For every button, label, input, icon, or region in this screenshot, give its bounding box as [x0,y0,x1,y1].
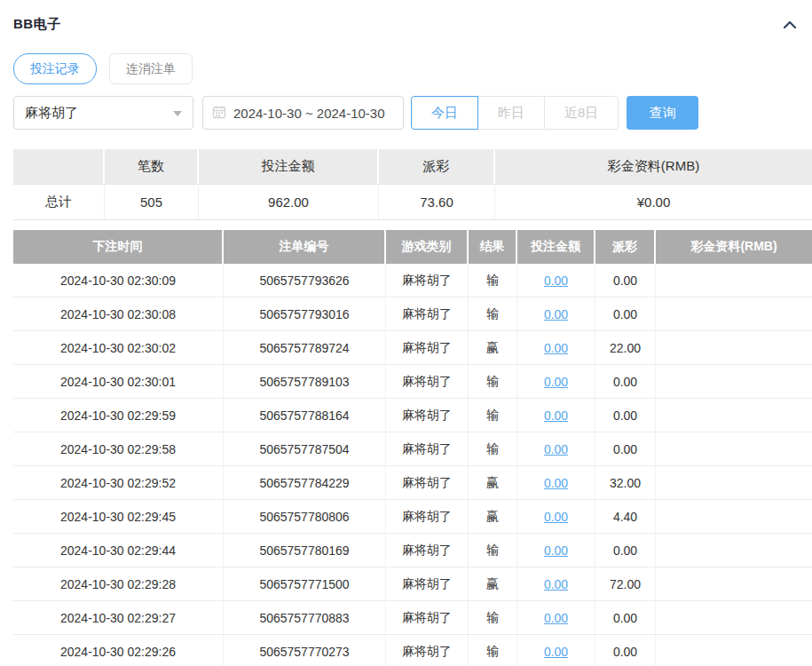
cell-bet-time: 2024-10-30 02:29:45 [13,500,224,534]
cell-order-no: 5065757793626 [224,264,386,297]
table-row: 2024-10-30 02:29:28 5065757771500 麻将胡了 赢… [13,567,812,601]
cell-result: 输 [469,432,517,466]
summary-total-row: 总计 505 962.00 73.60 ¥0.00 [13,185,812,220]
table-row: 2024-10-30 02:30:01 5065757789103 麻将胡了 输… [13,365,812,399]
cell-bet-amount: 0.00 [517,534,595,567]
cell-bonus [656,534,812,567]
cell-payout: 0.00 [595,635,656,666]
cell-bet-time: 2024-10-30 02:29:28 [13,567,224,601]
cell-order-no: 5065757788164 [224,399,386,432]
table-row: 2024-10-30 02:29:26 5065757770273 麻将胡了 输… [13,635,812,666]
bet-amount-link[interactable]: 0.00 [544,543,568,558]
bet-amount-link[interactable]: 0.00 [544,510,568,524]
cell-result: 赢 [469,466,517,500]
bet-amount-link[interactable]: 0.00 [544,408,568,423]
cell-game-type: 麻将胡了 [386,297,469,331]
table-row: 2024-10-30 02:30:08 5065757793016 麻将胡了 输… [13,297,812,331]
quick-range-today[interactable]: 今日 [411,96,478,130]
game-select[interactable]: 麻将胡了 [13,96,193,130]
cell-game-type: 麻将胡了 [386,399,469,432]
cell-bet-time: 2024-10-30 02:29:26 [13,635,224,666]
summary-header-row: 笔数 投注金额 派彩 彩金资料(RMB) [13,149,812,185]
cell-order-no: 5065757789103 [224,365,386,399]
cell-result: 输 [469,297,517,331]
cell-order-no: 5065757787504 [224,432,386,466]
quick-range-yesterday[interactable]: 昨日 [477,96,545,130]
cell-game-type: 麻将胡了 [386,534,469,567]
bet-amount-link[interactable]: 0.00 [544,577,568,591]
bet-records-panel: BB电子 投注记录 连消注单 麻将胡了 [0,0,812,666]
quick-range-group: 今日 昨日 近8日 [411,96,619,130]
bet-amount-link[interactable]: 0.00 [544,442,568,456]
cell-order-no: 5065757780806 [224,500,386,534]
records-header-payout: 派彩 [595,230,656,264]
records-header-bet: 投注金额 [517,230,595,264]
bet-amount-link[interactable]: 0.00 [544,645,568,659]
cell-result: 输 [469,601,517,635]
cell-payout: 0.00 [595,264,656,297]
cell-bonus [656,331,812,365]
cell-payout: 72.00 [595,567,656,601]
table-row: 2024-10-30 02:29:52 5065757784229 麻将胡了 赢… [13,466,812,500]
date-range-value: 2024-10-30 ~ 2024-10-30 [233,106,385,121]
caret-down-icon [173,111,182,116]
cell-bet-amount: 0.00 [517,399,595,432]
cell-game-type: 麻将胡了 [386,432,469,466]
summary-total-bet-amount: 962.00 [199,185,379,220]
cell-bonus [656,365,812,399]
cell-payout: 0.00 [595,432,656,466]
cell-payout: 0.00 [595,297,656,331]
tab-bet-records[interactable]: 投注记录 [13,53,97,84]
cell-payout: 4.40 [595,500,656,534]
cell-game-type: 麻将胡了 [386,365,469,399]
cell-order-no: 5065757771500 [224,567,386,601]
bet-amount-link[interactable]: 0.00 [544,274,568,288]
cell-payout: 22.00 [595,331,656,365]
date-range-picker[interactable]: 2024-10-30 ~ 2024-10-30 [202,96,404,130]
cell-bet-time: 2024-10-30 02:29:59 [13,399,224,432]
cell-bet-amount: 0.00 [517,331,595,365]
cell-payout: 0.00 [595,534,656,567]
cell-bet-amount: 0.00 [517,264,595,297]
cell-bonus [656,567,812,601]
game-select-value: 麻将胡了 [25,105,78,122]
table-row: 2024-10-30 02:29:44 5065757780169 麻将胡了 输… [13,534,812,567]
cell-bet-amount: 0.00 [517,500,595,534]
table-row: 2024-10-30 02:29:59 5065757788164 麻将胡了 输… [13,399,812,432]
summary-table: 笔数 投注金额 派彩 彩金资料(RMB) 总计 505 962.00 73.60… [13,149,812,220]
collapse-button[interactable] [780,17,800,33]
tab-cancelled-orders[interactable]: 连消注单 [109,53,193,84]
cell-bonus [656,500,812,534]
records-header-time: 下注时间 [13,230,224,264]
cell-game-type: 麻将胡了 [386,331,469,365]
cell-bet-amount: 0.00 [517,466,595,500]
search-button[interactable]: 查询 [627,96,698,130]
records-body: 2024-10-30 02:30:09 5065757793626 麻将胡了 输… [13,264,812,666]
cell-order-no: 5065757780169 [224,534,386,567]
cell-payout: 0.00 [595,365,656,399]
cell-result: 输 [469,399,517,432]
summary-total-count: 505 [105,185,199,220]
quick-range-last8days[interactable]: 近8日 [544,96,619,130]
cell-order-no: 5065757789724 [224,331,386,365]
cell-bet-time: 2024-10-30 02:30:09 [13,264,224,297]
bet-amount-link[interactable]: 0.00 [544,341,568,355]
cell-bet-time: 2024-10-30 02:29:52 [13,466,224,500]
bet-amount-link[interactable]: 0.00 [544,307,568,321]
bet-amount-link[interactable]: 0.00 [544,476,568,490]
summary-header-empty [13,149,105,185]
records-table: 下注时间 注单编号 游戏类别 结果 投注金额 派彩 彩金资料(RMB) 2024… [13,230,812,666]
cell-order-no: 5065757770883 [224,601,386,635]
summary-total-bonus: ¥0.00 [495,185,812,220]
cell-bet-time: 2024-10-30 02:30:02 [13,331,224,365]
bet-amount-link[interactable]: 0.00 [544,375,568,389]
cell-result: 输 [469,264,517,297]
calendar-icon [212,105,226,122]
bet-amount-link[interactable]: 0.00 [544,611,568,625]
cell-game-type: 麻将胡了 [386,264,469,297]
cell-result: 赢 [469,500,517,534]
cell-result: 输 [469,635,517,666]
record-type-tabs: 投注记录 连消注单 [13,53,812,84]
records-header-game: 游戏类别 [386,230,469,264]
cell-bet-amount: 0.00 [517,635,595,666]
